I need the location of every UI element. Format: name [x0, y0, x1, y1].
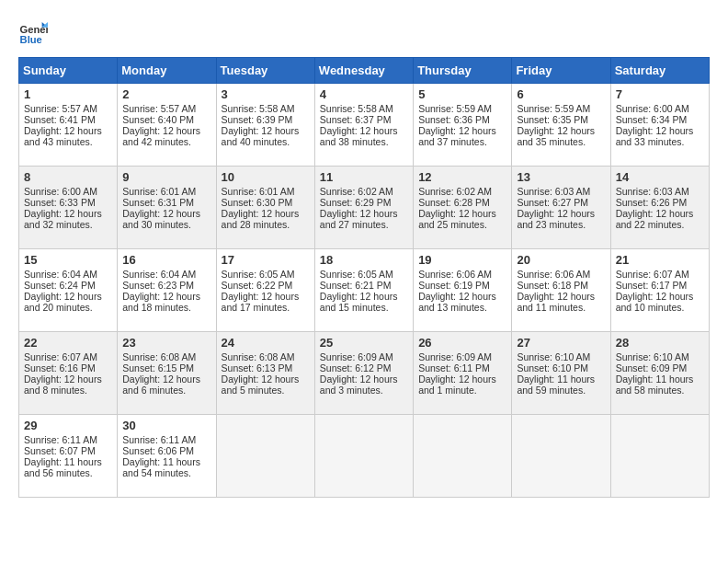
sunrise-text: Sunrise: 6:08 AM	[122, 351, 196, 362]
sunset-text: Sunset: 6:06 PM	[122, 445, 194, 456]
calendar-cell: 9Sunrise: 6:01 AMSunset: 6:31 PMDaylight…	[118, 167, 216, 249]
sunrise-text: Sunrise: 6:07 AM	[616, 269, 689, 280]
day-number: 3	[222, 87, 310, 101]
sunset-text: Sunset: 6:13 PM	[222, 362, 293, 373]
sunrise-text: Sunrise: 6:00 AM	[616, 103, 689, 114]
calendar-cell	[314, 415, 413, 498]
sunrise-text: Sunrise: 5:59 AM	[517, 103, 590, 114]
calendar-cell: 6Sunrise: 5:59 AMSunset: 6:35 PMDaylight…	[512, 84, 610, 167]
sunset-text: Sunset: 6:10 PM	[517, 362, 588, 373]
calendar-cell: 19Sunrise: 6:06 AMSunset: 6:19 PMDayligh…	[414, 249, 512, 332]
sunset-text: Sunset: 6:40 PM	[122, 114, 194, 125]
calendar-cell: 8Sunrise: 6:00 AMSunset: 6:33 PMDaylight…	[19, 167, 118, 249]
day-number: 14	[616, 170, 704, 184]
weekday-header-monday: Monday	[118, 58, 216, 84]
calendar-cell: 2Sunrise: 5:57 AMSunset: 6:40 PMDaylight…	[118, 84, 216, 167]
daylight-text: Daylight: 12 hours and 40 minutes.	[222, 125, 300, 147]
day-number: 6	[517, 87, 605, 101]
calendar-cell: 3Sunrise: 5:58 AMSunset: 6:39 PMDaylight…	[216, 84, 314, 167]
sunset-text: Sunset: 6:27 PM	[517, 197, 588, 208]
weekday-header-saturday: Saturday	[610, 58, 709, 84]
day-number: 4	[320, 87, 408, 101]
calendar-cell: 10Sunrise: 6:01 AMSunset: 6:30 PMDayligh…	[216, 167, 314, 249]
day-number: 17	[222, 253, 310, 267]
calendar-cell: 18Sunrise: 6:05 AMSunset: 6:21 PMDayligh…	[314, 249, 413, 332]
sunset-text: Sunset: 6:41 PM	[24, 114, 96, 125]
calendar-week-row: 1Sunrise: 5:57 AMSunset: 6:41 PMDaylight…	[19, 84, 710, 167]
daylight-text: Daylight: 12 hours and 28 minutes.	[222, 208, 300, 230]
day-number: 24	[222, 336, 310, 350]
calendar-cell: 24Sunrise: 6:08 AMSunset: 6:13 PMDayligh…	[216, 332, 314, 415]
sunrise-text: Sunrise: 6:02 AM	[320, 186, 393, 197]
calendar-cell: 12Sunrise: 6:02 AMSunset: 6:28 PMDayligh…	[414, 167, 512, 249]
page-header: General Blue	[18, 18, 710, 48]
sunset-text: Sunset: 6:28 PM	[418, 197, 490, 208]
sunrise-text: Sunrise: 6:08 AM	[222, 351, 295, 362]
day-number: 2	[122, 87, 210, 101]
calendar-cell	[216, 415, 314, 498]
calendar-week-row: 22Sunrise: 6:07 AMSunset: 6:16 PMDayligh…	[19, 332, 710, 415]
logo: General Blue	[18, 18, 48, 48]
daylight-text: Daylight: 12 hours and 42 minutes.	[122, 125, 200, 147]
daylight-text: Daylight: 11 hours and 54 minutes.	[122, 456, 200, 478]
day-number: 22	[24, 336, 112, 350]
sunset-text: Sunset: 6:30 PM	[222, 197, 293, 208]
sunset-text: Sunset: 6:11 PM	[418, 362, 490, 373]
day-number: 12	[418, 170, 506, 184]
calendar-cell: 22Sunrise: 6:07 AMSunset: 6:16 PMDayligh…	[19, 332, 118, 415]
calendar-cell: 13Sunrise: 6:03 AMSunset: 6:27 PMDayligh…	[512, 167, 610, 249]
sunrise-text: Sunrise: 6:10 AM	[517, 351, 590, 362]
sunrise-text: Sunrise: 6:01 AM	[122, 186, 196, 197]
calendar-cell: 1Sunrise: 5:57 AMSunset: 6:41 PMDaylight…	[19, 84, 118, 167]
sunset-text: Sunset: 6:29 PM	[320, 197, 392, 208]
day-number: 11	[320, 170, 408, 184]
day-number: 19	[418, 253, 506, 267]
sunset-text: Sunset: 6:37 PM	[320, 114, 392, 125]
sunrise-text: Sunrise: 6:10 AM	[616, 351, 689, 362]
calendar-cell	[610, 415, 709, 498]
sunset-text: Sunset: 6:34 PM	[616, 114, 688, 125]
sunrise-text: Sunrise: 6:11 AM	[24, 434, 97, 445]
sunset-text: Sunset: 6:35 PM	[517, 114, 588, 125]
daylight-text: Daylight: 12 hours and 20 minutes.	[24, 291, 102, 313]
daylight-text: Daylight: 12 hours and 22 minutes.	[616, 208, 694, 230]
sunset-text: Sunset: 6:33 PM	[24, 197, 96, 208]
sunrise-text: Sunrise: 5:57 AM	[122, 103, 196, 114]
calendar-cell: 20Sunrise: 6:06 AMSunset: 6:18 PMDayligh…	[512, 249, 610, 332]
calendar-week-row: 15Sunrise: 6:04 AMSunset: 6:24 PMDayligh…	[19, 249, 710, 332]
sunrise-text: Sunrise: 6:02 AM	[418, 186, 492, 197]
sunset-text: Sunset: 6:23 PM	[122, 280, 194, 291]
calendar-cell: 16Sunrise: 6:04 AMSunset: 6:23 PMDayligh…	[118, 249, 216, 332]
sunset-text: Sunset: 6:18 PM	[517, 280, 588, 291]
daylight-text: Daylight: 12 hours and 8 minutes.	[24, 373, 102, 396]
calendar-cell: 14Sunrise: 6:03 AMSunset: 6:26 PMDayligh…	[610, 167, 709, 249]
sunrise-text: Sunrise: 5:58 AM	[222, 103, 295, 114]
weekday-header-tuesday: Tuesday	[216, 58, 314, 84]
day-number: 13	[517, 170, 605, 184]
sunset-text: Sunset: 6:07 PM	[24, 445, 96, 456]
calendar-cell: 15Sunrise: 6:04 AMSunset: 6:24 PMDayligh…	[19, 249, 118, 332]
daylight-text: Daylight: 12 hours and 38 minutes.	[320, 125, 398, 147]
calendar-cell: 21Sunrise: 6:07 AMSunset: 6:17 PMDayligh…	[610, 249, 709, 332]
daylight-text: Daylight: 12 hours and 37 minutes.	[418, 125, 496, 147]
sunset-text: Sunset: 6:31 PM	[122, 197, 194, 208]
daylight-text: Daylight: 11 hours and 59 minutes.	[517, 373, 595, 396]
calendar-cell: 17Sunrise: 6:05 AMSunset: 6:22 PMDayligh…	[216, 249, 314, 332]
weekday-header-sunday: Sunday	[19, 58, 118, 84]
calendar-cell	[414, 415, 512, 498]
sunset-text: Sunset: 6:22 PM	[222, 280, 293, 291]
day-number: 9	[122, 170, 210, 184]
sunrise-text: Sunrise: 5:59 AM	[418, 103, 492, 114]
daylight-text: Daylight: 12 hours and 6 minutes.	[122, 373, 200, 396]
weekday-header-thursday: Thursday	[414, 58, 512, 84]
daylight-text: Daylight: 12 hours and 35 minutes.	[517, 125, 595, 147]
sunrise-text: Sunrise: 6:03 AM	[616, 186, 689, 197]
logo-icon: General Blue	[18, 18, 48, 48]
sunset-text: Sunset: 6:12 PM	[320, 362, 392, 373]
day-number: 26	[418, 336, 506, 350]
weekday-header-friday: Friday	[512, 58, 610, 84]
sunrise-text: Sunrise: 5:58 AM	[320, 103, 393, 114]
daylight-text: Daylight: 12 hours and 32 minutes.	[24, 208, 102, 230]
daylight-text: Daylight: 12 hours and 43 minutes.	[24, 125, 102, 147]
daylight-text: Daylight: 11 hours and 56 minutes.	[24, 456, 102, 478]
